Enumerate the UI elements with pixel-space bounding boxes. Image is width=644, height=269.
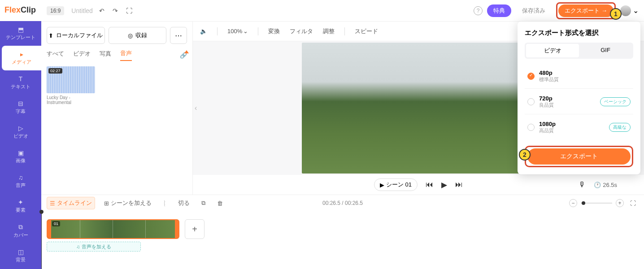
tab-photo[interactable]: 写真: [100, 50, 111, 61]
text-icon: T: [19, 75, 23, 82]
prev-icon[interactable]: ⏮: [426, 180, 433, 189]
premium-badge: 高級な: [609, 123, 631, 132]
trash-icon: 🗑: [217, 200, 223, 207]
tab-video[interactable]: ビデオ: [73, 50, 91, 61]
quality-480p[interactable]: 480p標準品質: [525, 64, 633, 89]
help-icon[interactable]: ?: [474, 6, 483, 15]
filter-menu[interactable]: フィルタ: [290, 27, 313, 35]
transform-menu[interactable]: 変換: [268, 27, 280, 35]
clip-handle-right[interactable]: [175, 220, 178, 238]
next-icon[interactable]: ⏭: [455, 180, 463, 189]
redo-icon[interactable]: ↷: [111, 5, 120, 16]
upload-icon: ⬆: [48, 32, 53, 39]
export-button[interactable]: エクスポート→: [558, 4, 614, 17]
arrow-right-icon: →: [601, 7, 607, 14]
local-file-button[interactable]: ⬆ローカルファイル: [47, 27, 105, 44]
clock-icon: 🕐: [594, 182, 601, 188]
quality-720p[interactable]: 720p良品質 ベーシック: [525, 90, 633, 114]
undo-icon[interactable]: ↶: [97, 5, 106, 16]
record-button[interactable]: ◎収録: [109, 27, 167, 44]
user-menu[interactable]: ⌄: [620, 5, 639, 16]
chevron-down-icon: ⌄: [633, 6, 639, 15]
waveform: 02:27: [47, 66, 95, 93]
zoom-slider[interactable]: [581, 203, 612, 204]
logo: FlexClip: [0, 0, 41, 21]
nav-templates[interactable]: ⬒テンプレート: [0, 21, 41, 46]
saved-status: 保存済み: [516, 4, 552, 17]
format-tabs: ビデオ GIF: [525, 43, 633, 59]
timeline-time: 00:26.5 / 00:26.5: [322, 200, 363, 206]
add-scene-button[interactable]: ⊞シーンを加える: [101, 197, 154, 209]
video-clip[interactable]: 01: [47, 219, 179, 239]
playhead[interactable]: [41, 211, 42, 269]
nav-background[interactable]: ◫背景: [0, 243, 41, 268]
tab-audio[interactable]: 音声: [120, 49, 132, 61]
add-clip-button[interactable]: +: [185, 219, 205, 239]
music-icon: ♫: [76, 244, 80, 249]
subtitles-icon: ⊟: [18, 100, 23, 107]
add-audio-track[interactable]: ♫音声を加える: [47, 242, 141, 252]
media-icon: ▸: [20, 51, 23, 58]
radio-checked-icon: [527, 73, 535, 80]
elements-icon: ✦: [18, 199, 23, 206]
timeline-tracks[interactable]: 01 + ♫音声を加える: [41, 211, 644, 269]
adjust-menu[interactable]: 調整: [323, 27, 335, 35]
cut-button[interactable]: 切る: [175, 197, 192, 209]
zoom-in-button[interactable]: +: [616, 199, 624, 207]
nav-audio[interactable]: ♫音声: [0, 169, 41, 194]
copy-button[interactable]: ⧉: [199, 198, 208, 208]
plus-square-icon: ⊞: [104, 200, 109, 207]
format-tab-gif[interactable]: GIF: [579, 44, 632, 57]
copy-icon: ⧉: [201, 200, 205, 207]
quality-1080p[interactable]: 1080p高品質 高級な: [525, 115, 633, 139]
audio-clip-item[interactable]: 02:27 Lucky Day - Instrumental: [47, 66, 95, 105]
audio-icon: ♫: [18, 174, 23, 181]
export-action-button[interactable]: エクスポート: [527, 148, 631, 165]
zoom-out-button[interactable]: −: [569, 199, 577, 207]
video-preview[interactable]: [302, 43, 535, 174]
collapse-panel-icon[interactable]: ‹: [195, 104, 197, 112]
record-icon: ◎: [128, 32, 133, 39]
fullscreen-icon[interactable]: ⛶: [124, 5, 134, 16]
clip-handle-left[interactable]: [48, 220, 51, 238]
nav-video[interactable]: ▷ビデオ: [0, 120, 41, 144]
nav-subtitles[interactable]: ⊟字幕: [0, 95, 41, 120]
mic-icon[interactable]: 🎙: [579, 181, 586, 189]
media-tabs: すべて ビデオ 写真 音声 🔗: [47, 49, 187, 61]
play-icon: ▶: [380, 182, 384, 188]
fit-button[interactable]: ⛶: [627, 198, 639, 208]
speed-menu[interactable]: スピード: [355, 27, 378, 35]
timeline-mode-button[interactable]: ☰タイムライン: [47, 197, 95, 209]
fit-icon: ⛶: [630, 200, 636, 207]
nav-cover[interactable]: ⧉カバー: [0, 218, 41, 243]
duration-badge: 02:27: [48, 68, 62, 74]
delete-button[interactable]: 🗑: [214, 198, 226, 208]
more-icon: ⋯: [175, 31, 182, 40]
media-panel: ⬆ローカルファイル ◎収録 ⋯ すべて ビデオ 写真 音声 🔗 02:27 Lu…: [41, 22, 193, 195]
export-popup: エクスポート形式を選択 ビデオ GIF 480p標準品質 720p良品質: [518, 22, 640, 174]
unlink-icon[interactable]: 🔗: [180, 52, 187, 59]
volume-icon[interactable]: 🔈: [200, 28, 207, 35]
format-tab-video[interactable]: ビデオ: [526, 44, 579, 57]
aspect-ratio-badge[interactable]: 16:9: [47, 6, 64, 15]
annotation-2: 2: [519, 149, 531, 161]
image-icon: ▣: [18, 149, 24, 156]
nav-media[interactable]: ▸メディア: [2, 46, 41, 70]
nav-image[interactable]: ▣画像: [0, 144, 41, 169]
zoom-dropdown[interactable]: 100%⌄: [227, 28, 248, 35]
promo-button[interactable]: 特典: [487, 4, 511, 17]
chevron-down-icon: ⌄: [243, 28, 248, 35]
nav-text[interactable]: Tテキスト: [0, 70, 41, 95]
document-title[interactable]: Untitled: [71, 7, 92, 14]
nav-elements[interactable]: ✦要素: [0, 194, 41, 218]
cover-icon: ⧉: [18, 223, 23, 231]
audio-clip-name: Lucky Day - Instrumental: [47, 95, 95, 105]
split-button[interactable]: ⦚: [161, 198, 169, 208]
export-popup-title: エクスポート形式を選択: [525, 29, 633, 37]
split-icon: ⦚: [163, 200, 166, 207]
avatar-icon: [620, 5, 631, 16]
tab-all[interactable]: すべて: [47, 50, 64, 61]
scene-selector[interactable]: ▶シーン 01: [374, 178, 418, 191]
more-button[interactable]: ⋯: [170, 27, 187, 44]
play-icon[interactable]: ▶: [441, 180, 447, 190]
